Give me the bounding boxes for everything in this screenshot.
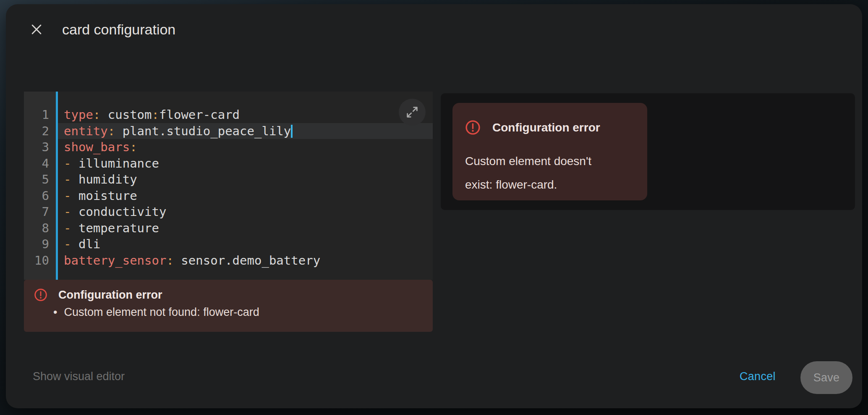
code-line[interactable]: - dli <box>58 236 433 252</box>
code-token: illuminance <box>78 156 159 171</box>
expand-icon <box>405 105 419 119</box>
error-banner-item: • Custom element not found: flower-card <box>34 306 423 319</box>
code-token: flower-card <box>159 108 240 122</box>
code-token: entity <box>64 124 108 138</box>
preview-error-card: Configuration error Custom element doesn… <box>452 103 647 200</box>
card-preview-panel: Configuration error Custom element doesn… <box>441 93 855 210</box>
line-number: 7 <box>24 204 56 220</box>
expand-editor-button[interactable] <box>399 99 426 126</box>
editor-gutter: 12345678910 <box>24 92 56 280</box>
line-number: 8 <box>24 220 56 236</box>
code-token: custom <box>100 108 152 122</box>
code-token: humidity <box>78 172 137 186</box>
code-token: : <box>130 140 137 154</box>
code-token: battery_sensor <box>64 253 166 268</box>
editor-code-area[interactable]: type: custom:flower-cardentity: plant.st… <box>58 92 433 280</box>
line-number: 5 <box>24 171 56 188</box>
code-token: : <box>108 124 115 138</box>
code-token: dli <box>78 237 100 251</box>
code-token: - <box>64 172 78 186</box>
line-number: 2 <box>24 123 56 139</box>
alert-circle-icon <box>34 288 47 302</box>
code-line[interactable]: - moisture <box>58 188 433 204</box>
code-token: - <box>64 156 78 171</box>
code-token: - <box>64 237 78 251</box>
code-line[interactable]: - illuminance <box>58 155 433 172</box>
code-token: - <box>64 221 78 235</box>
bullet-icon: • <box>53 306 57 319</box>
code-token: : <box>166 253 173 268</box>
code-token: : <box>152 108 159 122</box>
code-token: sensor.demo_battery <box>174 253 320 268</box>
code-line[interactable]: - temperature <box>58 220 433 236</box>
code-line[interactable]: - conductivity <box>58 204 433 220</box>
code-token: - <box>64 189 78 203</box>
code-line[interactable]: type: custom:flower-card <box>58 107 433 123</box>
code-token: conductivity <box>78 205 167 219</box>
save-button[interactable]: Save <box>800 361 852 394</box>
code-line[interactable]: battery_sensor: sensor.demo_battery <box>58 252 433 269</box>
code-line[interactable]: - humidity <box>58 171 433 188</box>
code-token: plant.studio_peace_lily <box>115 124 291 138</box>
code-token: : <box>93 108 100 122</box>
alert-circle-icon <box>465 120 481 135</box>
code-line[interactable]: entity: plant.studio_peace_lily <box>58 123 433 139</box>
show-visual-editor-button[interactable]: Show visual editor <box>33 368 125 385</box>
yaml-editor[interactable]: 12345678910 type: custom:flower-cardenti… <box>24 92 433 280</box>
cancel-button[interactable]: Cancel <box>740 368 776 385</box>
line-number: 6 <box>24 188 56 204</box>
code-token: - <box>64 205 78 219</box>
code-line[interactable]: show_bars: <box>58 139 433 155</box>
line-number: 10 <box>24 252 56 269</box>
line-number: 1 <box>24 107 56 123</box>
error-banner: Configuration error • Custom element not… <box>24 280 433 332</box>
error-banner-item-text: Custom element not found: flower-card <box>64 306 259 319</box>
error-banner-title: Configuration error <box>58 289 162 302</box>
close-icon <box>29 22 44 37</box>
close-button[interactable] <box>26 18 47 40</box>
line-number: 3 <box>24 139 56 155</box>
line-number: 9 <box>24 236 56 252</box>
text-cursor <box>291 125 293 138</box>
dialog-title: card configuration <box>62 19 175 39</box>
preview-error-message: Custom element doesn't exist: flower-car… <box>465 150 606 197</box>
code-token: temperature <box>78 221 159 235</box>
card-config-dialog: card configuration 12345678910 type: cus… <box>6 4 862 408</box>
code-token: show_bars <box>64 140 130 154</box>
preview-error-title: Configuration error <box>492 121 600 134</box>
line-number: 4 <box>24 155 56 172</box>
code-token: type <box>64 108 93 122</box>
code-token: moisture <box>78 189 137 203</box>
